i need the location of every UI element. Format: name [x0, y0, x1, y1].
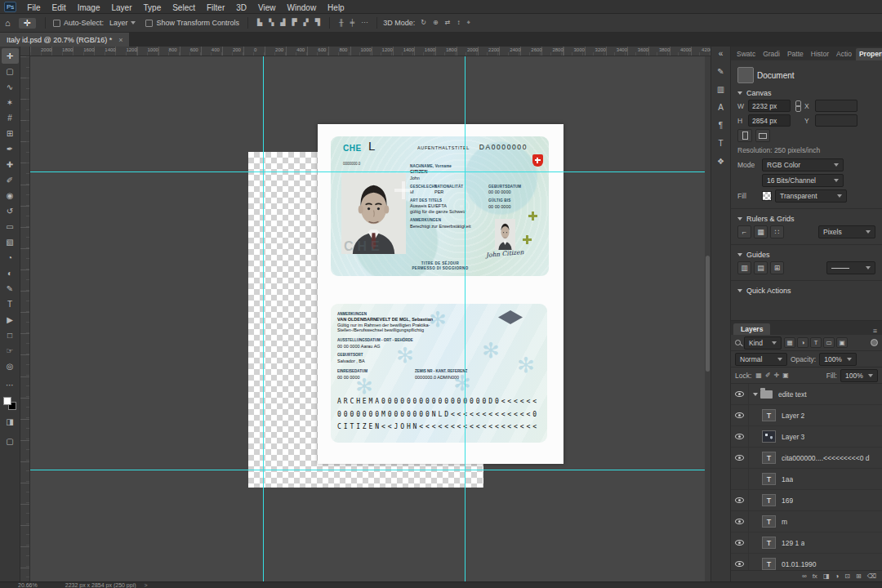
- canvas-section-header[interactable]: Canvas: [737, 89, 875, 97]
- layer-row[interactable]: Tm: [731, 511, 882, 532]
- document-tab[interactable]: Italy id.psd @ 20.7% (RGB/16) * ×: [0, 33, 129, 47]
- artboard[interactable]: CHE L AUFENTHALTSTITEL DA0000000 0000000…: [318, 124, 564, 464]
- menu-item-select[interactable]: Select: [167, 3, 201, 12]
- toggle-rulers-icon[interactable]: ⌐: [737, 225, 751, 238]
- pen-tool[interactable]: ✎: [2, 281, 19, 296]
- lock-position-icon[interactable]: ✛: [773, 372, 781, 379]
- layer-row[interactable]: edite text: [731, 384, 882, 405]
- link-layers-icon[interactable]: ∞: [802, 572, 807, 580]
- layer-visibility-toggle[interactable]: [731, 554, 749, 570]
- auto-select-target-dropdown[interactable]: Layer: [106, 18, 140, 28]
- layer-row[interactable]: TLayer 2: [731, 405, 882, 426]
- landscape-orientation-button[interactable]: [755, 129, 770, 142]
- menu-item-help[interactable]: Help: [322, 3, 350, 12]
- permit-card-back[interactable]: ✻ ✻ ✻ ✻ ✻ ✻ ANMERKUNGEN VAN OLDENBARNEVE…: [331, 304, 547, 443]
- opacity-dropdown[interactable]: 100%: [819, 353, 857, 366]
- menu-item-layer[interactable]: Layer: [106, 3, 138, 12]
- zoom-level-field[interactable]: 20.66%: [18, 582, 38, 588]
- show-transform-controls-checkbox[interactable]: [145, 20, 153, 27]
- move-tool-preset-icon[interactable]: ✛: [19, 18, 36, 29]
- guide-vertical[interactable]: [263, 56, 264, 581]
- quick-mask-icon[interactable]: ◨: [2, 414, 19, 430]
- 3d-slide-icon[interactable]: ↕: [453, 19, 463, 26]
- frame-tool[interactable]: ⊞: [2, 126, 19, 141]
- layer-effects-icon[interactable]: fx: [813, 572, 817, 580]
- crop-tool[interactable]: #: [2, 110, 19, 126]
- menu-item-window[interactable]: Window: [282, 3, 323, 12]
- 3d-roll-icon[interactable]: ⊕: [430, 19, 442, 26]
- delete-layer-icon[interactable]: ⌫: [867, 572, 876, 580]
- type-tool[interactable]: T: [2, 296, 19, 312]
- brush-settings-panel-icon[interactable]: ✎: [717, 67, 724, 76]
- rulers-grids-section-header[interactable]: Rulers & Grids: [737, 215, 875, 223]
- align-vertical-centers-icon[interactable]: ▞: [301, 19, 312, 26]
- 3d-drag-icon[interactable]: ⇄: [442, 19, 454, 26]
- adjustment-layer-icon[interactable]: ◑: [835, 572, 839, 580]
- libraries-panel-icon[interactable]: ❖: [717, 157, 724, 166]
- align-bottom-edges-icon[interactable]: ▜: [312, 19, 323, 26]
- rectangular-marquee-tool[interactable]: ▢: [2, 64, 19, 79]
- lock-artboard-icon[interactable]: ▣: [782, 372, 790, 379]
- height-field[interactable]: 2854 px: [748, 114, 791, 127]
- layer-visibility-toggle[interactable]: [731, 448, 749, 468]
- quick-actions-section-header[interactable]: Quick Actions: [737, 287, 875, 295]
- scrollbar-thumb[interactable]: [706, 256, 710, 371]
- layer-row[interactable]: T01.01.1990: [731, 554, 882, 570]
- menu-item-filter[interactable]: Filter: [201, 3, 230, 12]
- layer-row[interactable]: T129 1 a: [731, 532, 882, 554]
- lock-transparency-icon[interactable]: ▦: [755, 372, 763, 379]
- width-field[interactable]: 2232 px: [748, 100, 791, 112]
- layer-visibility-toggle[interactable]: [731, 469, 749, 489]
- distribute-vertical-icon[interactable]: ╪: [347, 19, 359, 26]
- history-brush-tool[interactable]: ↺: [2, 203, 19, 219]
- panel-tab-actio[interactable]: Actio: [833, 48, 855, 60]
- toggle-grid-icon[interactable]: ▦: [754, 225, 768, 238]
- panel-menu-icon[interactable]: ≡: [873, 327, 877, 335]
- 3d-rotate-icon[interactable]: ↻: [417, 19, 430, 26]
- lock-pixels-icon[interactable]: ✐: [764, 372, 772, 379]
- layer-visibility-toggle[interactable]: [731, 405, 749, 425]
- vertical-scrollbar[interactable]: [705, 56, 710, 581]
- 3d-scale-icon[interactable]: ⌖: [463, 19, 474, 26]
- eyedropper-tool[interactable]: ✒: [2, 141, 19, 157]
- edit-toolbar-icon[interactable]: ⋯: [2, 377, 19, 393]
- new-guide-icon[interactable]: ▥: [737, 261, 751, 274]
- blur-tool[interactable]: ◔: [2, 250, 19, 265]
- blend-mode-dropdown[interactable]: Normal: [735, 353, 787, 366]
- status-options-chevron-icon[interactable]: >: [145, 582, 148, 588]
- filter-kind-dropdown[interactable]: Kind: [744, 336, 782, 350]
- layer-row[interactable]: T169: [731, 490, 882, 511]
- filter-pixel-layers-icon[interactable]: ▦: [784, 337, 795, 348]
- filter-smart-objects-icon[interactable]: ▣: [836, 337, 848, 348]
- close-tab-icon[interactable]: ×: [118, 36, 122, 44]
- rectangle-tool[interactable]: □: [2, 327, 19, 343]
- layer-visibility-toggle[interactable]: [731, 532, 749, 553]
- clear-guides-icon[interactable]: ⊞: [770, 261, 784, 274]
- menu-item-type[interactable]: Type: [138, 3, 167, 12]
- foreground-color-swatch[interactable]: [3, 397, 11, 405]
- distribute-horizontal-icon[interactable]: ╫: [336, 19, 347, 26]
- portrait-orientation-button[interactable]: [737, 129, 752, 142]
- link-dimensions-icon[interactable]: [795, 100, 800, 112]
- move-tool[interactable]: ✛: [2, 48, 19, 64]
- guides-section-header[interactable]: Guides: [737, 251, 875, 259]
- eraser-tool[interactable]: ▭: [2, 219, 19, 234]
- filter-type-layers-icon[interactable]: T: [810, 337, 822, 348]
- guide-layout-icon[interactable]: ▤: [754, 261, 768, 274]
- y-field[interactable]: [815, 114, 858, 127]
- canvas-fill-dropdown[interactable]: Transparent: [775, 189, 847, 203]
- panel-tab-patte[interactable]: Patte: [784, 48, 807, 60]
- units-dropdown[interactable]: Pixels: [818, 225, 875, 238]
- permit-card-front[interactable]: CHE L AUFENTHALTSTITEL DA0000000 0000000…: [331, 136, 549, 276]
- guide-vertical[interactable]: [465, 56, 466, 581]
- quick-selection-tool[interactable]: ✶: [2, 95, 19, 110]
- align-horizontal-centers-icon[interactable]: ▚: [265, 19, 277, 26]
- hand-tool[interactable]: ☞: [2, 343, 19, 359]
- paragraph-panel-icon[interactable]: ¶: [719, 121, 723, 130]
- filter-shape-layers-icon[interactable]: ▭: [823, 337, 835, 348]
- panel-tab-properties[interactable]: Properties: [856, 48, 882, 60]
- ruler-left[interactable]: [20, 56, 30, 581]
- layer-visibility-toggle[interactable]: [731, 384, 749, 404]
- ruler-top[interactable]: 2000180016001400120010008006004002000200…: [30, 47, 710, 56]
- guide-horizontal[interactable]: [30, 470, 710, 470]
